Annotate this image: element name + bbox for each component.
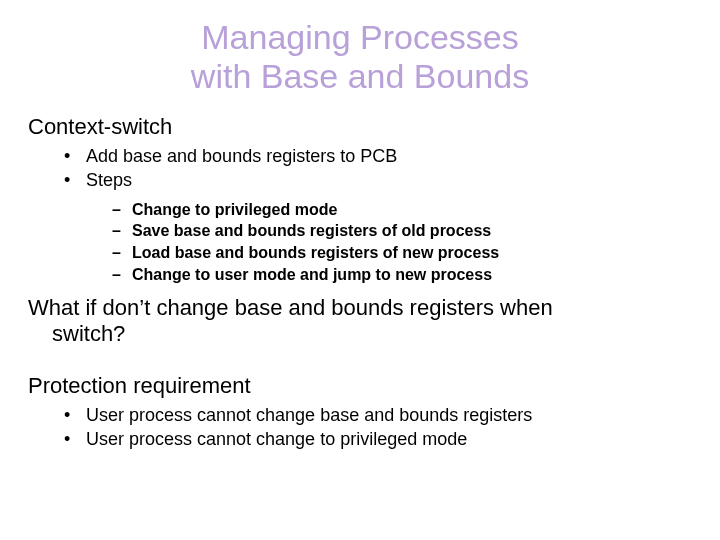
dash-item: Save base and bounds registers of old pr… [28,220,692,242]
bullet-item: Add base and bounds registers to PCB [28,144,692,168]
question-line-1: What if don’t change base and bounds reg… [28,295,553,320]
bullet-item: Steps [28,168,692,192]
dash-item: Change to privileged mode [28,199,692,221]
dash-item: Change to user mode and jump to new proc… [28,264,692,286]
question-text: What if don’t change base and bounds reg… [28,295,692,347]
title-line-1: Managing Processes [201,18,519,56]
title-line-2: with Base and Bounds [191,57,529,95]
steps-list: Change to privileged mode Save base and … [28,199,692,285]
context-switch-bullets: Add base and bounds registers to PCB Ste… [28,144,692,193]
slide: Managing Processes with Base and Bounds … [0,0,720,540]
dash-item: Load base and bounds registers of new pr… [28,242,692,264]
section-protection: Protection requirement [28,373,692,399]
section-context-switch: Context-switch [28,114,692,140]
bullet-item: User process cannot change to privileged… [28,427,692,451]
slide-title: Managing Processes with Base and Bounds [28,18,692,96]
spacer [28,351,692,365]
bullet-item: User process cannot change base and boun… [28,403,692,427]
question-line-2: switch? [28,321,692,347]
protection-bullets: User process cannot change base and boun… [28,403,692,452]
